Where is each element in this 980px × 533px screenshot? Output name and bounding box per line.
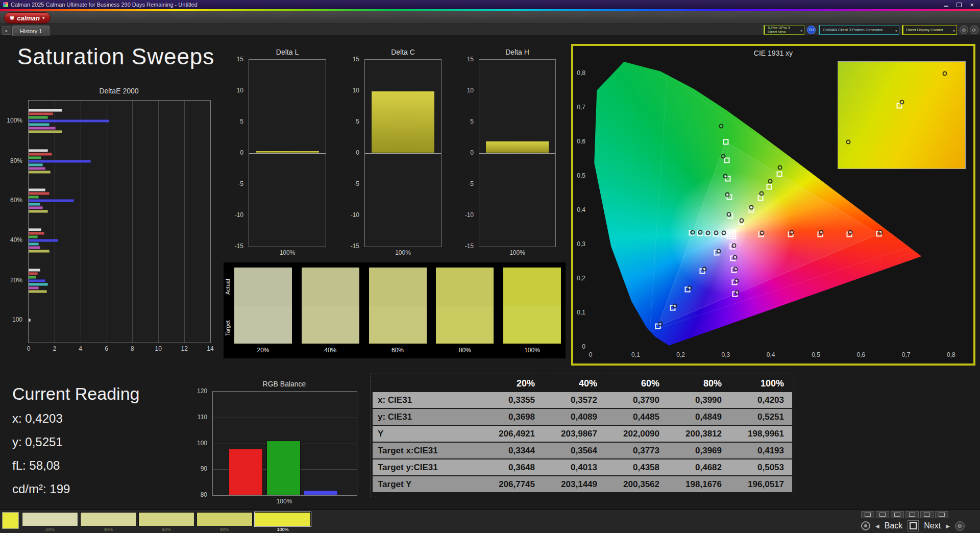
bar <box>29 127 56 130</box>
bar <box>29 269 40 272</box>
tab-scroll-button[interactable]: ▸ <box>2 26 11 35</box>
pattern-window-button[interactable] <box>908 520 919 531</box>
cie-measured-marker <box>722 231 726 235</box>
back-button[interactable]: Back <box>885 521 903 530</box>
table-header-cell: 40% <box>543 378 605 389</box>
cie-measured-marker <box>768 179 773 183</box>
rgb-balance-xlabel: 100% <box>212 498 356 505</box>
bar <box>29 235 38 238</box>
rgb-balance-title: RGB Balance <box>212 380 356 388</box>
cie-measured-marker <box>690 230 695 235</box>
pattern-tool-button-2[interactable] <box>876 511 889 518</box>
display-control-selector[interactable]: Direct Display Control ▾ <box>902 25 957 35</box>
axis-tick-label: -10 <box>225 211 247 219</box>
bar <box>29 188 45 191</box>
patch-swatch[interactable] <box>255 512 311 526</box>
cie-measured-marker <box>899 100 904 105</box>
gridline <box>213 418 357 418</box>
cie-target-marker <box>777 171 782 177</box>
minimize-button[interactable] <box>944 6 948 7</box>
patch-swatch[interactable] <box>80 512 136 526</box>
axis-tick-label: 100 <box>1 316 26 323</box>
rgb-ylabels: 1201101009080 <box>189 392 210 495</box>
table-cell: 0,4013 <box>543 463 605 473</box>
bar <box>229 449 263 495</box>
workflow-nav: ◀ Back Next ▶ ⚙ <box>861 519 965 532</box>
swatch-label: 20% <box>234 347 292 354</box>
pattern-tool-button-5[interactable] <box>920 511 934 518</box>
next-arrow-icon: ▶ <box>946 523 950 529</box>
table-cell: 0,4485 <box>605 412 668 422</box>
meter-name: X-Rite i1Pro 3 <box>768 26 790 30</box>
bar <box>29 119 109 123</box>
window-icon <box>939 513 945 517</box>
refresh-button[interactable]: ⟳ <box>970 26 978 34</box>
pattern-tool-button-6[interactable] <box>935 511 948 518</box>
pattern-tool-button-1[interactable] <box>861 511 874 518</box>
bar <box>29 171 51 174</box>
patch-swatch[interactable] <box>197 512 253 526</box>
axis-tick-label: 10 <box>225 87 247 94</box>
workflow-settings-button[interactable]: ⚙ <box>955 521 965 531</box>
dc-plot <box>364 59 442 247</box>
axis-tick-label: 2 <box>53 345 57 352</box>
axis-tick-label: 0 <box>589 351 593 358</box>
pattern-source-selector[interactable]: CalMAN Client 3 Pattern Generator ▾ <box>819 25 899 35</box>
delta-h-title: Delta H <box>479 48 556 56</box>
axis-tick-label: 0,2 <box>676 351 685 358</box>
table-row: Target x:CIE310,33440,35640,37730,39690,… <box>373 443 792 458</box>
target-swatch <box>302 306 359 344</box>
bar <box>29 156 41 159</box>
swatch-label: 60% <box>369 347 427 354</box>
patch-label: 20% <box>22 527 78 532</box>
tab-history-1[interactable]: History 1 <box>12 26 50 36</box>
delta-h-xlabel: 100% <box>479 249 556 256</box>
meter-selector[interactable]: X-Rite i1Pro 3 Direct View ▾ <box>764 25 804 35</box>
pattern-tool-button-3[interactable] <box>891 511 904 518</box>
table-cell: 0,4203 <box>730 395 792 405</box>
calman-menu-button[interactable]: ❋ calman ▾ <box>4 12 51 23</box>
axis-tick-label: -5 <box>341 180 362 187</box>
gear-icon: ⚙ <box>962 28 966 33</box>
cie-measured-marker <box>734 290 739 295</box>
cie-measured-marker <box>740 218 744 223</box>
table-cell: 206,7745 <box>481 479 543 490</box>
table-cell: 202,0090 <box>605 429 668 439</box>
current-reading-fl: fL: 58,08 <box>12 458 60 473</box>
table-cell: 0,3790 <box>605 395 668 405</box>
table-cell: 203,1449 <box>543 479 605 490</box>
axis-tick-label: 0,4 <box>767 351 775 358</box>
axis-tick-label: 80 <box>189 491 210 498</box>
chevron-down-icon: ▾ <box>953 29 955 33</box>
pattern-tool-button-4[interactable] <box>905 511 919 518</box>
cie-target-marker <box>758 195 764 201</box>
axis-tick-label: -5 <box>225 180 247 187</box>
table-cell: 203,9867 <box>543 429 605 439</box>
close-button[interactable]: × <box>970 2 974 8</box>
bar <box>29 149 48 152</box>
swatch-columns: 20%40%60%80%100% <box>234 268 561 354</box>
patch-label: 100% <box>255 527 311 532</box>
patch-label: 60% <box>138 527 194 532</box>
bottom-bar: 20%40%60%80%100% ◀ Back Next ▶ ⚙ <box>0 510 980 533</box>
patch-swatch[interactable] <box>138 512 194 526</box>
main-toolbar: ❋ calman ▾ <box>0 11 980 24</box>
pattern-window-icon <box>910 522 917 529</box>
bar <box>29 243 39 246</box>
dl-ylabels: 151050-5-10-15 <box>225 60 247 247</box>
maximize-button[interactable] <box>957 3 962 7</box>
read-continuous-button[interactable] <box>861 521 870 530</box>
axis-tick-label: 0,8 <box>573 69 589 77</box>
patch-swatch[interactable] <box>22 512 78 526</box>
patch-item: 40% <box>80 512 136 532</box>
gridline <box>55 101 55 343</box>
settings-button[interactable]: ⚙ <box>960 26 968 34</box>
table-cell: 206,4921 <box>481 429 543 439</box>
actual-swatch <box>302 268 359 306</box>
table-cell: 198,9961 <box>730 429 792 439</box>
axis-tick-label: 0,3 <box>573 240 589 248</box>
pattern-tool-row <box>861 511 948 518</box>
axis-tick-label: 0,1 <box>631 351 640 358</box>
window-icon <box>894 513 900 517</box>
next-button[interactable]: Next <box>924 521 941 530</box>
